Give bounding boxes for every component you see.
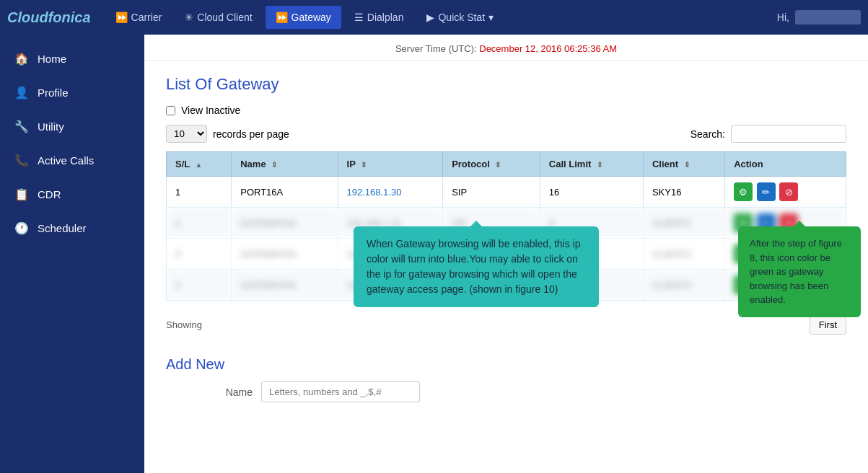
top-nav: Cloudfonica ⏩ Carrier ✳ Cloud Client ⏩ G… bbox=[0, 0, 868, 35]
col-action: Action bbox=[725, 152, 846, 177]
nav-user: Hi, ____ bbox=[777, 12, 861, 23]
cell-sl: 2 bbox=[167, 208, 232, 239]
quickstat-icon: ▶ bbox=[426, 12, 434, 23]
col-protocol[interactable]: Protocol ⇕ bbox=[443, 152, 540, 177]
cloud-client-icon: ✳ bbox=[185, 12, 193, 23]
logo-text: Cloudfonica bbox=[7, 9, 91, 25]
nav-dialplan-label: Dialplan bbox=[367, 12, 404, 23]
quickstat-dropdown-icon: ▾ bbox=[488, 12, 494, 23]
cell-client: CLIENT3 bbox=[643, 239, 724, 270]
sidebar-item-cdr[interactable]: 📋 CDR bbox=[0, 177, 144, 211]
scheduler-icon: 🕐 bbox=[14, 221, 29, 235]
search-input[interactable] bbox=[731, 125, 846, 143]
sidebar-item-active-calls[interactable]: 📞 Active Calls bbox=[0, 143, 144, 177]
sort-protocol-icon: ⇕ bbox=[495, 161, 501, 169]
gateway-icon: ⏩ bbox=[276, 12, 288, 23]
sort-name-icon: ⇕ bbox=[271, 161, 277, 169]
cell-call-limit: 16 bbox=[540, 177, 643, 208]
sidebar-active-calls-label: Active Calls bbox=[38, 154, 94, 167]
nav-gateway[interactable]: ⏩ Gateway bbox=[266, 6, 341, 29]
cell-name: PORT16A bbox=[232, 177, 338, 208]
cell-name: GATEWAY03 bbox=[232, 239, 338, 270]
cell-client: CLIENT4 bbox=[643, 270, 724, 301]
page-title: List Of Gateway bbox=[166, 75, 846, 94]
form-row-name: Name bbox=[166, 381, 846, 402]
sort-client-icon: ⇕ bbox=[684, 161, 690, 169]
tooltip-teal-text: When Gateway browsing will be enabled, t… bbox=[367, 238, 581, 295]
tooltip-green-text: After the step of figure 8, this icon co… bbox=[750, 238, 842, 305]
home-icon: 🏠 bbox=[14, 52, 29, 66]
records-per-page: 10 25 50 100 records per page bbox=[166, 125, 289, 143]
records-per-page-label: records per page bbox=[213, 128, 289, 140]
utility-icon: 🔧 bbox=[14, 120, 29, 133]
table-header: S/L ▲ Name ⇕ IP ⇕ Protocol ⇕ Call Limit … bbox=[167, 152, 846, 177]
records-per-page-select[interactable]: 10 25 50 100 bbox=[166, 125, 207, 143]
layout: 🏠 Home 👤 Profile 🔧 Utility 📞 Active Call… bbox=[0, 35, 868, 473]
active-calls-icon: 📞 bbox=[14, 154, 29, 167]
nav-cloud-client-label: Cloud Client bbox=[197, 12, 252, 23]
sidebar-scheduler-label: Scheduler bbox=[38, 222, 87, 234]
sort-calllimit-icon: ⇕ bbox=[597, 161, 602, 169]
add-new-section: Add New Name bbox=[166, 356, 846, 402]
col-ip[interactable]: IP ⇕ bbox=[338, 152, 443, 177]
cell-client: SKY16 bbox=[643, 177, 724, 208]
search-box: Search: bbox=[691, 125, 846, 143]
sidebar: 🏠 Home 👤 Profile 🔧 Utility 📞 Active Call… bbox=[0, 35, 144, 473]
sidebar-item-scheduler[interactable]: 🕐 Scheduler bbox=[0, 211, 144, 245]
tooltip-green: After the step of figure 8, this icon co… bbox=[738, 226, 861, 317]
nav-carrier[interactable]: ⏩ Carrier bbox=[105, 6, 172, 29]
col-name[interactable]: Name ⇕ bbox=[232, 152, 338, 177]
profile-icon: 👤 bbox=[14, 86, 29, 100]
add-new-title: Add New bbox=[166, 356, 846, 373]
table-row: 1 PORT16A 192.168.1.30 SIP 16 SKY16 ⚙ ✏ … bbox=[167, 177, 846, 208]
col-sl[interactable]: S/L ▲ bbox=[167, 152, 232, 177]
sidebar-item-utility[interactable]: 🔧 Utility bbox=[0, 110, 144, 143]
sidebar-utility-label: Utility bbox=[38, 120, 64, 133]
action-delete-btn[interactable]: ⊘ bbox=[779, 182, 798, 201]
nav-carrier-label: Carrier bbox=[131, 12, 162, 23]
cdr-icon: 📋 bbox=[14, 187, 29, 201]
pagination: First bbox=[810, 315, 846, 335]
name-field-label: Name bbox=[166, 386, 253, 398]
table-controls: 10 25 50 100 records per page Search: bbox=[166, 125, 846, 143]
col-call-limit[interactable]: Call Limit ⇕ bbox=[540, 152, 643, 177]
carrier-icon: ⏩ bbox=[115, 12, 128, 23]
sort-ip-icon: ⇕ bbox=[361, 161, 367, 169]
content-area: List Of Gateway View Inactive 10 25 50 1… bbox=[144, 61, 868, 424]
view-inactive-label: View Inactive bbox=[181, 105, 240, 116]
sidebar-cdr-label: CDR bbox=[38, 188, 61, 200]
view-inactive-checkbox[interactable] bbox=[166, 106, 175, 115]
first-page-btn[interactable]: First bbox=[810, 315, 846, 335]
nav-dialplan[interactable]: ☰ Dialplan bbox=[344, 6, 414, 29]
server-time-value: December 12, 2016 06:25:36 AM bbox=[479, 43, 617, 54]
nav-quickstat[interactable]: ▶ Quick Stat ▾ bbox=[416, 6, 504, 29]
showing-text: Showing bbox=[166, 319, 202, 330]
cell-protocol: SIP bbox=[443, 177, 540, 208]
nav-quickstat-label: Quick Stat bbox=[438, 12, 485, 23]
sort-sl-icon: ▲ bbox=[196, 161, 203, 169]
ip-link[interactable]: 192.168.1.30 bbox=[347, 187, 402, 198]
cell-sl: 1 bbox=[167, 177, 232, 208]
sidebar-item-profile[interactable]: 👤 Profile bbox=[0, 76, 144, 110]
sidebar-profile-label: Profile bbox=[38, 87, 69, 99]
name-field[interactable] bbox=[261, 381, 420, 402]
nav-user-name: ____ bbox=[795, 10, 861, 25]
sidebar-item-home[interactable]: 🏠 Home bbox=[0, 42, 144, 76]
cell-client: CLIENT2 bbox=[643, 208, 724, 239]
nav-cloud-client[interactable]: ✳ Cloud Client bbox=[175, 6, 262, 29]
col-client[interactable]: Client ⇕ bbox=[643, 152, 724, 177]
cell-sl: 3 bbox=[167, 239, 232, 270]
action-browse-btn[interactable]: ⚙ bbox=[734, 182, 753, 201]
cell-sl: 4 bbox=[167, 270, 232, 301]
server-time-label: Server Time (UTC): bbox=[395, 43, 477, 54]
nav-gateway-label: Gateway bbox=[291, 12, 331, 23]
main-content: Server Time (UTC): December 12, 2016 06:… bbox=[144, 35, 868, 473]
cell-action: ⚙ ✏ ⊘ bbox=[725, 177, 846, 208]
dialplan-icon: ☰ bbox=[354, 12, 364, 23]
server-time-bar: Server Time (UTC): December 12, 2016 06:… bbox=[144, 35, 868, 61]
nav-items: ⏩ Carrier ✳ Cloud Client ⏩ Gateway ☰ Dia… bbox=[105, 6, 777, 29]
tooltip-teal: When Gateway browsing will be enabled, t… bbox=[354, 226, 599, 307]
cell-ip[interactable]: 192.168.1.30 bbox=[338, 177, 443, 208]
cell-name: GATEWAY02 bbox=[232, 208, 338, 239]
action-edit-btn[interactable]: ✏ bbox=[757, 182, 776, 201]
